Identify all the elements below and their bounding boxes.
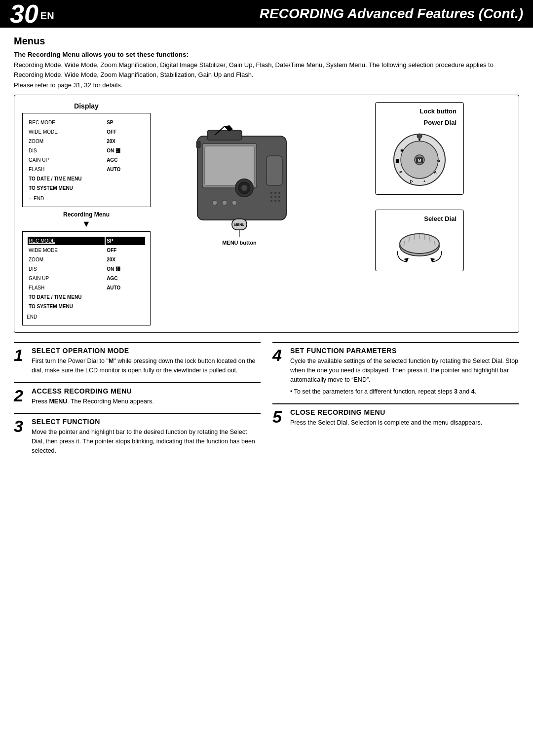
step-2: 2 ACCESS RECORDING MENU Press MENU. The … bbox=[14, 382, 261, 411]
svg-point-19 bbox=[241, 185, 247, 191]
section-menus-title: Menus bbox=[14, 36, 519, 47]
svg-point-13 bbox=[278, 200, 280, 202]
step-5-text: Press the Select Dial. Selection is comp… bbox=[290, 418, 519, 428]
step-4: 4 SET FUNCTION PARAMETERS Cycle the avai… bbox=[272, 342, 519, 401]
svg-rect-23 bbox=[196, 141, 200, 148]
display-panel: Display REC MODESP WIDE MODEOFF ZOOM20X … bbox=[22, 102, 151, 325]
lcd-screen-2: REC MODESP WIDE MODEOFF ZOOM20X DISON ⑕ … bbox=[22, 231, 151, 325]
select-dial-box: Select Dial bbox=[375, 210, 464, 271]
svg-point-9 bbox=[274, 196, 276, 198]
lcd2-row-zoom: ZOOM20X bbox=[28, 255, 145, 264]
svg-point-6 bbox=[274, 192, 276, 194]
step-3-num: 3 bbox=[14, 418, 28, 434]
lcd1-row-dis: DISON ⑕ bbox=[28, 146, 145, 155]
power-dial-label: Power Dial bbox=[382, 119, 457, 126]
lcd2-row-datetime: TO DATE / TIME MENU bbox=[28, 293, 145, 301]
step-5-title: CLOSE RECORDING MENU bbox=[290, 408, 519, 416]
step-4-content: SET FUNCTION PARAMETERS Cycle the availa… bbox=[290, 347, 519, 396]
main-content: Menus The Recording Menu allows you to s… bbox=[0, 28, 533, 470]
lcd1-end-line: → END bbox=[27, 194, 146, 203]
svg-point-7 bbox=[278, 192, 280, 194]
step-1-title: SELECT OPERATION MODE bbox=[32, 347, 261, 355]
svg-text:■: ■ bbox=[400, 148, 403, 153]
page-number: 30 bbox=[10, 1, 38, 27]
svg-text:▇: ▇ bbox=[395, 159, 399, 163]
step-4-text: Cycle the available settings of the sele… bbox=[290, 357, 519, 384]
lcd2-end-text: END bbox=[27, 313, 146, 321]
step-1-num: 1 bbox=[14, 347, 28, 363]
step-3-text: Move the pointer and highlight bar to th… bbox=[32, 428, 261, 455]
step-1: 1 SELECT OPERATION MODE First turn the P… bbox=[14, 342, 261, 380]
step-3: 3 SELECT FUNCTION Move the pointer and h… bbox=[14, 413, 261, 460]
camera-panel: MENU MENU button bbox=[155, 102, 323, 260]
page-header: 30 EN RECORDING Advanced Features (Cont.… bbox=[0, 0, 533, 28]
step-1-text: First turn the Power Dial to "M" while p… bbox=[32, 357, 261, 375]
step-3-content: SELECT FUNCTION Move the pointer and hig… bbox=[32, 418, 261, 455]
lcd1-row-flash: FLASHAUTO bbox=[28, 165, 145, 174]
step-3-title: SELECT FUNCTION bbox=[32, 418, 261, 426]
lcd2-row-system: TO SYSTEM MENU bbox=[28, 302, 145, 311]
svg-point-8 bbox=[270, 196, 272, 198]
menu-subtitle: The Recording Menu allows you to set the… bbox=[14, 51, 519, 58]
lcd1-end-text: END bbox=[34, 194, 44, 203]
lcd1-row-widemode: WIDE MODEOFF bbox=[28, 128, 145, 136]
lcd1-row-recmode: REC MODESP bbox=[28, 118, 145, 127]
svg-rect-3 bbox=[207, 130, 242, 140]
menu-button-label: MENU button bbox=[222, 240, 257, 246]
page-title: RECORDING Advanced Features (Cont.) bbox=[69, 6, 523, 22]
lcd2-row-widemode: WIDE MODEOFF bbox=[28, 246, 145, 254]
menu-body-italic1: Recording Mode, Wide Mode, Zoom Magnific… bbox=[14, 61, 365, 69]
rec-menu-label: Recording Menu bbox=[22, 211, 151, 218]
step-4-bullet: To set the parameters for a different fu… bbox=[290, 387, 519, 396]
dials-panel: Lock button Power Dial ● M A + ▷ P ▇ ■ bbox=[328, 102, 511, 271]
step-2-content: ACCESS RECORDING MENU Press MENU. The Re… bbox=[32, 387, 261, 406]
step-4-num: 4 bbox=[272, 347, 286, 363]
svg-text:MENU: MENU bbox=[234, 223, 245, 226]
camera-illustration: MENU bbox=[168, 116, 311, 245]
lcd-screen-1: REC MODESP WIDE MODEOFF ZOOM20X DISON ⑕ … bbox=[22, 113, 151, 207]
lock-button-label: Lock button bbox=[382, 108, 457, 115]
svg-point-10 bbox=[278, 196, 280, 198]
power-dial-svg: ● M A + ▷ P ▇ ■ M bbox=[390, 130, 449, 189]
svg-point-16 bbox=[232, 200, 237, 205]
svg-point-36 bbox=[417, 134, 422, 139]
menu-body: Recording Mode, Wide Mode, Zoom Magnific… bbox=[14, 60, 519, 79]
svg-point-14 bbox=[212, 200, 217, 205]
svg-point-11 bbox=[270, 200, 272, 202]
step-2-title: ACCESS RECORDING MENU bbox=[32, 387, 261, 395]
lcd1-row-system: TO SYSTEM MENU bbox=[28, 184, 145, 192]
svg-text:▷: ▷ bbox=[410, 179, 414, 183]
lcd1-table: REC MODESP WIDE MODEOFF ZOOM20X DISON ⑕ … bbox=[27, 117, 146, 193]
end-arrow-icon: → bbox=[27, 194, 32, 203]
steps-col-left: 1 SELECT OPERATION MODE First turn the P… bbox=[14, 342, 261, 463]
step-1-content: SELECT OPERATION MODE First turn the Pow… bbox=[32, 347, 261, 375]
diagram-box: Display REC MODESP WIDE MODEOFF ZOOM20X … bbox=[14, 95, 519, 333]
svg-point-15 bbox=[222, 200, 227, 205]
svg-line-45 bbox=[424, 235, 425, 240]
svg-text:M: M bbox=[437, 159, 440, 163]
step-4-title: SET FUNCTION PARAMETERS bbox=[290, 347, 519, 355]
arrow-down-icon: ▼ bbox=[22, 219, 151, 229]
steps-col-right: 4 SET FUNCTION PARAMETERS Cycle the avai… bbox=[272, 342, 519, 463]
lcd1-row-datetime: TO DATE / TIME MENU bbox=[28, 175, 145, 183]
menu-body-italic2: Recording Mode, Wide Mode, Zoom Magnific… bbox=[14, 71, 252, 78]
lcd1-row-zoom: ZOOM20X bbox=[28, 137, 145, 145]
lcd2-row-flash: FLASHAUTO bbox=[28, 284, 145, 292]
step-2-text: Press MENU. The Recording Menu appears. bbox=[32, 397, 261, 406]
svg-text:M: M bbox=[418, 158, 421, 163]
lcd2-row-recmode-highlight: REC MODESP bbox=[28, 237, 145, 245]
svg-line-43 bbox=[414, 235, 415, 240]
svg-text:P: P bbox=[399, 170, 402, 175]
step-2-num: 2 bbox=[14, 387, 28, 404]
svg-text:A: A bbox=[434, 170, 437, 175]
menu-note: Please refer to page 31, 32 for details. bbox=[14, 81, 519, 89]
display-label: Display bbox=[22, 102, 151, 110]
page-en: EN bbox=[40, 10, 54, 22]
lcd2-row-gainup: GAIN UPAGC bbox=[28, 274, 145, 283]
step-5-num: 5 bbox=[272, 408, 286, 425]
select-dial-label: Select Dial bbox=[382, 215, 457, 222]
select-dial-svg bbox=[395, 226, 444, 266]
lcd2-row-dis: DISON ⑕ bbox=[28, 265, 145, 273]
step-5-content: CLOSE RECORDING MENU Press the Select Di… bbox=[290, 408, 519, 428]
svg-point-5 bbox=[270, 192, 272, 194]
